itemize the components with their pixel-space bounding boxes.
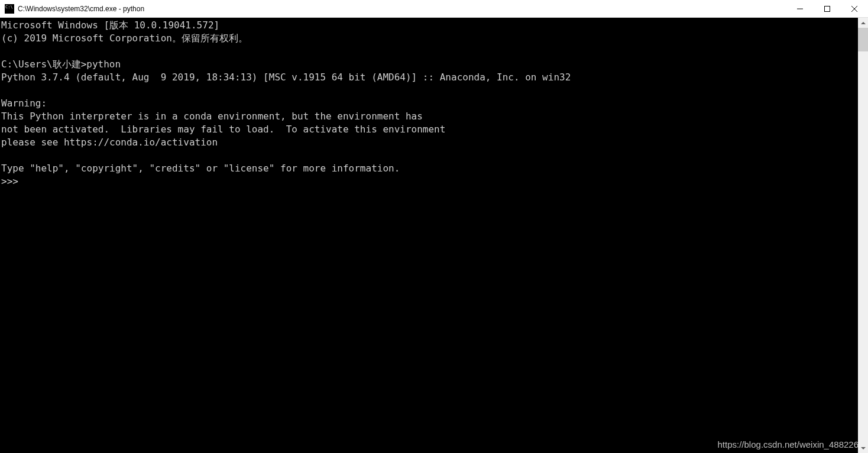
content-area: Microsoft Windows [版本 10.0.19041.572] (c… bbox=[0, 18, 868, 453]
scroll-up-button[interactable] bbox=[858, 18, 868, 28]
close-icon bbox=[851, 6, 857, 12]
chevron-up-icon bbox=[861, 22, 866, 24]
svg-rect-1 bbox=[825, 6, 830, 11]
maximize-button[interactable] bbox=[814, 0, 841, 17]
svg-marker-4 bbox=[861, 22, 866, 24]
chevron-down-icon bbox=[861, 447, 866, 449]
minimize-icon bbox=[797, 6, 803, 12]
close-button[interactable] bbox=[841, 0, 868, 17]
scroll-thumb[interactable] bbox=[858, 28, 868, 51]
cmd-icon bbox=[5, 4, 14, 14]
window-controls bbox=[786, 0, 868, 17]
vertical-scrollbar[interactable] bbox=[858, 18, 868, 453]
scroll-track[interactable] bbox=[858, 28, 868, 443]
minimize-button[interactable] bbox=[786, 0, 814, 17]
titlebar: C:\Windows\system32\cmd.exe - python bbox=[0, 0, 868, 18]
maximize-icon bbox=[824, 6, 830, 12]
svg-marker-5 bbox=[861, 447, 866, 449]
terminal-output[interactable]: Microsoft Windows [版本 10.0.19041.572] (c… bbox=[0, 18, 858, 453]
window-title: C:\Windows\system32\cmd.exe - python bbox=[18, 5, 786, 13]
scroll-down-button[interactable] bbox=[858, 443, 868, 453]
